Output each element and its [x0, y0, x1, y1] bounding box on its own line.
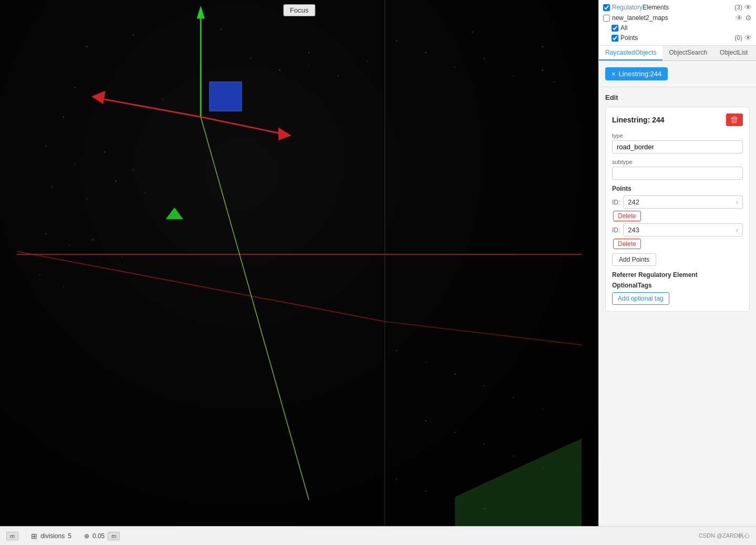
layer-name-regulatory: RegulatoryElements [612, 4, 732, 11]
point-id-label-243: ID: [612, 227, 620, 234]
focus-button-container: Focus [283, 4, 315, 16]
point-chevron-242: › [736, 199, 738, 206]
optional-tags-title: OptionalTags [612, 282, 743, 289]
layer-item-regulatory: RegulatoryElements (3) 👁 [599, 2, 756, 13]
edit-section: Edit Linestring: 244 🗑 type [599, 87, 756, 318]
watermark: CSDN @ZARD帆心 [699, 532, 750, 540]
layer-name-all: All [620, 24, 752, 32]
point-row-242: ID: 242 › Delete [612, 196, 743, 223]
bottom-step-item: ⊕ 0.05 m [84, 532, 120, 540]
layer-checkbox-regulatory[interactable] [603, 4, 610, 11]
edit-card-header: Linestring: 244 🗑 [612, 114, 743, 126]
point-id-row-243: ID: 243 › [612, 223, 743, 236]
point-id-label-242: ID: [612, 199, 620, 206]
tab-search[interactable]: ObjectSearch [662, 46, 713, 60]
edit-title: Edit [605, 94, 750, 101]
layer-list: RegulatoryElements (3) 👁 new_lanelet2_ma… [599, 0, 756, 46]
field-group-subtype: subtype [612, 159, 743, 180]
delete-object-button[interactable]: 🗑 [726, 114, 743, 126]
move-icon: ⊕ [84, 532, 89, 540]
divisions-value: 5 [68, 532, 71, 540]
point-id-value-242[interactable]: 242 › [623, 196, 743, 209]
bottom-m-badge2: m [108, 532, 120, 540]
selected-tag-label: Linestring:244 [619, 70, 662, 78]
divisions-icon: ⊞ [31, 532, 37, 540]
tab-raycasted[interactable]: RaycastedObjects [599, 46, 662, 60]
layer-item-newlanelet: new_lanelet2_maps 👁 ⚙ [599, 13, 756, 23]
referrer-title: Referrer Regulatory Element [612, 271, 743, 279]
tab-list[interactable]: ObjectList [713, 46, 754, 60]
subtype-label: subtype [612, 159, 743, 165]
delete-point-button-242[interactable]: Delete [613, 211, 641, 221]
gear-icon-newlanelet[interactable]: ⚙ [745, 14, 752, 22]
divisions-label: divisions [40, 532, 65, 540]
layer-name-part2: Elements [643, 4, 669, 11]
point-id-value-243[interactable]: 243 › [623, 223, 743, 236]
right-panel: RegulatoryElements (3) 👁 new_lanelet2_ma… [598, 0, 756, 526]
trash-icon: 🗑 [730, 115, 739, 124]
point-id-row-242: ID: 242 › [612, 196, 743, 209]
layer-checkbox-newlanelet[interactable] [603, 15, 610, 22]
points-section-title: Points [612, 185, 743, 192]
tabs: RaycastedObjects ObjectSearch ObjectList [599, 46, 756, 61]
type-input[interactable] [612, 140, 743, 153]
layer-name-points: Points [620, 34, 732, 42]
selected-item-area: × Linestring:244 [599, 61, 756, 87]
focus-button[interactable]: Focus [283, 4, 315, 16]
eye-icon-newlanelet[interactable]: 👁 [736, 14, 743, 22]
layer-checkbox-points[interactable] [612, 35, 618, 42]
bottom-m-badge: m [6, 532, 18, 540]
selected-item-tag[interactable]: × Linestring:244 [605, 67, 668, 80]
layer-count-points: (0) [734, 34, 742, 42]
eye-icon-points[interactable]: 👁 [744, 34, 752, 42]
viewport[interactable]: Focus [0, 0, 598, 526]
selected-tag-close[interactable]: × [612, 70, 616, 78]
layer-count-regulatory: (3) [734, 4, 742, 11]
point-id-number-242: 242 [628, 198, 639, 206]
layer-name-part1: Regulatory [612, 4, 643, 11]
edit-card: Linestring: 244 🗑 type subtype [605, 107, 750, 312]
bottom-m-item: m [6, 532, 18, 540]
point-id-number-243: 243 [628, 226, 639, 234]
add-points-button[interactable]: Add Points [612, 253, 656, 266]
type-label: type [612, 132, 743, 139]
layer-name-newlanelet: new_lanelet2_maps [612, 14, 733, 22]
bottom-bar: m ⊞ divisions 5 ⊕ 0.05 m CSDN @ZARD帆心 [0, 526, 756, 545]
main-area: Focus RegulatoryElements (3) 👁 new_lanel… [0, 0, 756, 526]
point-row-243: ID: 243 › Delete [612, 223, 743, 251]
layer-checkbox-all[interactable] [612, 25, 618, 32]
edit-card-title: Linestring: 244 [612, 116, 665, 124]
layer-item-points: Points (0) 👁 [599, 33, 756, 43]
field-group-type: type [612, 132, 743, 153]
app-container: Focus RegulatoryElements (3) 👁 new_lanel… [0, 0, 756, 545]
eye-icon-regulatory[interactable]: 👁 [744, 3, 752, 12]
bottom-divisions-item: ⊞ divisions 5 [31, 532, 71, 540]
step-value: 0.05 [92, 532, 105, 540]
delete-point-button-243[interactable]: Delete [613, 239, 641, 249]
add-optional-tag-button[interactable]: Add optional tag [612, 292, 669, 305]
point-cloud-background [0, 0, 598, 526]
point-chevron-243: › [736, 227, 738, 234]
layer-item-all: All [599, 23, 756, 33]
subtype-input[interactable] [612, 167, 743, 180]
